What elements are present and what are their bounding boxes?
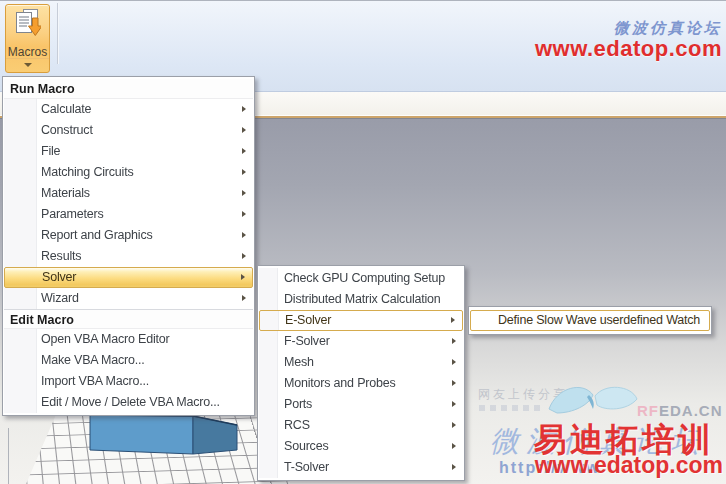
model-box (85, 411, 245, 463)
macros-dropdown-zone[interactable] (6, 58, 49, 72)
view-edge-line (8, 428, 9, 484)
app-window: Macros 微波仿真论坛 www.edatop.com 网友上传分享 (0, 0, 726, 484)
menu-item-construct[interactable]: Construct (4, 120, 253, 141)
macros-button-label: Macros (6, 45, 49, 59)
menu-item-file[interactable]: File (4, 141, 253, 162)
menu-item-parameters[interactable]: Parameters (4, 204, 253, 225)
submenu-arrow-icon (452, 464, 456, 470)
menu-item-report-and-graphics[interactable]: Report and Graphics (4, 225, 253, 246)
menu-item-label: Sources (284, 439, 328, 453)
submenu-arrow-icon (242, 232, 246, 238)
menu-item-distributed-matrix-calculation[interactable]: Distributed Matrix Calculation (259, 289, 463, 310)
menu-item-label: Solver (42, 270, 76, 284)
submenu-arrow-icon (452, 422, 456, 428)
menu-item-label: Construct (41, 123, 93, 137)
submenu-arrow-icon (452, 380, 456, 386)
submenu-arrow-icon (242, 253, 246, 259)
menu-item-calculate[interactable]: Calculate (4, 99, 253, 120)
menu-item-sources[interactable]: Sources (259, 436, 463, 457)
menu-item-label: Edit / Move / Delete VBA Macro... (41, 395, 220, 409)
macros-dropdown-menu: Run MacroCalculateConstructFileMatching … (2, 76, 255, 416)
menu-item-import-vba-macro[interactable]: Import VBA Macro... (4, 371, 253, 392)
submenu-arrow-icon (242, 211, 246, 217)
menu-item-make-vba-macro[interactable]: Make VBA Macro... (4, 350, 253, 371)
submenu-arrow-icon (242, 169, 246, 175)
submenu-arrow-icon (452, 443, 456, 449)
menu-section-header-edit-macro: Edit Macro (4, 309, 253, 329)
menu-item-ports[interactable]: Ports (259, 394, 463, 415)
menu-item-check-gpu-computing-setup[interactable]: Check GPU Computing Setup (259, 268, 463, 289)
menu-item-monitors-and-probes[interactable]: Monitors and Probes (259, 373, 463, 394)
menu-item-label: Wizard (41, 291, 79, 305)
menu-item-define-slow-wave-userdefined-watch[interactable]: Define Slow Wave userdefined Watch (470, 310, 710, 331)
menu-item-label: Results (41, 249, 81, 263)
menu-item-wizard[interactable]: Wizard (4, 288, 253, 309)
solver-submenu: Check GPU Computing SetupDistributed Mat… (257, 265, 465, 481)
ribbon-group-separator (57, 3, 58, 64)
menu-item-label: Mesh (284, 355, 314, 369)
watermark-red-url: www.edatop.com (535, 37, 722, 61)
submenu-arrow-icon (241, 274, 245, 280)
menu-item-mesh[interactable]: Mesh (259, 352, 463, 373)
menu-item-label: Make VBA Macro... (41, 353, 145, 367)
macro-document-icon (15, 9, 41, 39)
menu-item-solver[interactable]: Solver (4, 267, 253, 288)
menu-item-label: Define Slow Wave userdefined Watch (498, 313, 700, 327)
menu-item-rcs[interactable]: RCS (259, 415, 463, 436)
watermark-squares (479, 405, 543, 411)
menu-item-label: Matching Circuits (41, 165, 133, 179)
menu-item-label: Ports (284, 397, 312, 411)
submenu-arrow-icon (452, 401, 456, 407)
menu-item-materials[interactable]: Materials (4, 183, 253, 204)
menu-item-results[interactable]: Results (4, 246, 253, 267)
watermark-rfeda-text: RFEDA.CN (637, 402, 723, 419)
watermark-top-right: 微波仿真论坛 www.edatop.com (535, 20, 722, 61)
menu-item-label: Report and Graphics (41, 228, 153, 242)
submenu-arrow-icon (242, 190, 246, 196)
submenu-arrow-icon (451, 317, 455, 323)
submenu-arrow-icon (242, 148, 246, 154)
menu-item-matching-circuits[interactable]: Matching Circuits (4, 162, 253, 183)
menu-item-label: F-Solver (284, 334, 330, 348)
menu-item-label: RCS (284, 418, 310, 432)
submenu-arrow-icon (452, 338, 456, 344)
watermark-blue-text: 微波仿真论坛 (535, 20, 722, 37)
menu-item-label: E-Solver (285, 313, 331, 327)
menu-item-label: Monitors and Probes (284, 376, 396, 390)
menu-item-e-solver[interactable]: E-Solver (259, 310, 463, 331)
menu-item-label: Parameters (41, 207, 104, 221)
chevron-down-icon (24, 63, 32, 67)
menu-item-edit-move-delete-vba-macro[interactable]: Edit / Move / Delete VBA Macro... (4, 392, 253, 413)
menu-item-t-solver[interactable]: T-Solver (259, 457, 463, 478)
menu-item-f-solver[interactable]: F-Solver (259, 331, 463, 352)
watermark-red-url-bottom: www.edatop.com (535, 452, 723, 479)
menu-item-label: Calculate (41, 102, 91, 116)
menu-item-label: Check GPU Computing Setup (284, 271, 445, 285)
submenu-arrow-icon (242, 127, 246, 133)
menu-section-header-run-macro: Run Macro (4, 79, 253, 99)
submenu-arrow-icon (452, 359, 456, 365)
e-solver-submenu: Define Slow Wave userdefined Watch (468, 306, 712, 335)
menu-item-label: Materials (41, 186, 90, 200)
menu-item-label: T-Solver (284, 460, 329, 474)
menu-item-label: File (41, 144, 60, 158)
submenu-arrow-icon (242, 106, 246, 112)
menu-item-label: Distributed Matrix Calculation (284, 292, 441, 306)
macros-button[interactable]: Macros (5, 4, 50, 73)
submenu-arrow-icon (242, 295, 246, 301)
menu-item-label: Import VBA Macro... (41, 374, 149, 388)
menu-item-open-vba-macro-editor[interactable]: Open VBA Macro Editor (4, 329, 253, 350)
menu-item-label: Open VBA Macro Editor (41, 332, 170, 346)
